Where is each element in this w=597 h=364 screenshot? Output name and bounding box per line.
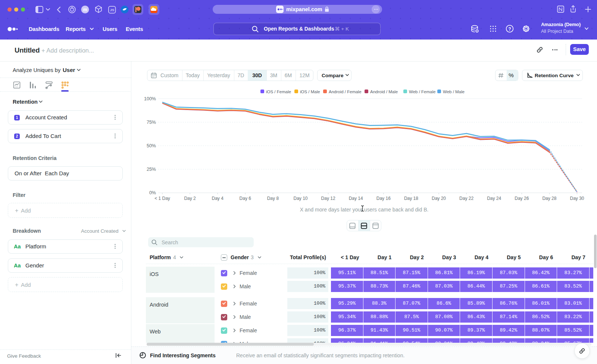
svg-text:?: ? <box>508 26 511 32</box>
svg-text:mixpanel.com: mixpanel.com <box>286 6 322 12</box>
svg-text:JS: JS <box>110 8 114 12</box>
svg-text:m: m <box>83 7 87 12</box>
